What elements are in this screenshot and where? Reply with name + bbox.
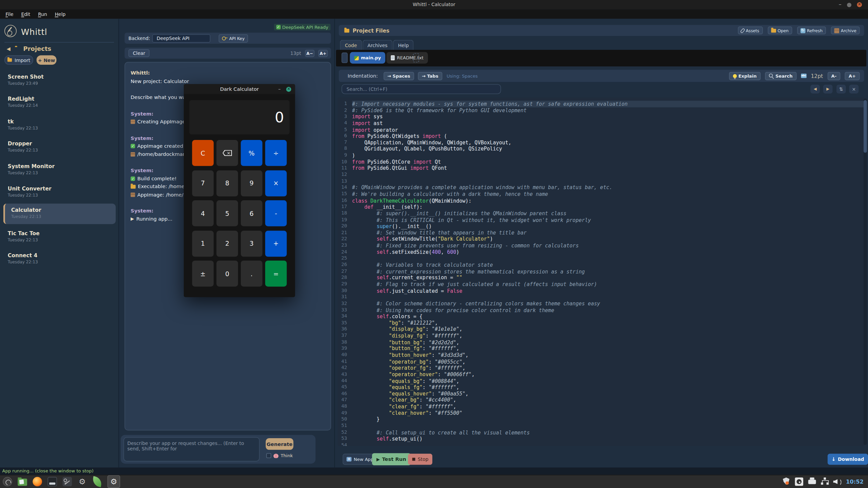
nvidia-icon[interactable] xyxy=(795,477,803,486)
pf-action-assets[interactable]: Assets xyxy=(738,26,763,34)
file-manager-icon[interactable] xyxy=(18,479,27,486)
chat-message: Whittl:New project: Calculator xyxy=(131,69,325,85)
calc-button-3[interactable]: 3 xyxy=(241,230,262,257)
search-button[interactable]: Search xyxy=(765,72,796,80)
back-arrow-icon[interactable]: ◀ xyxy=(7,46,11,52)
shield-icon[interactable] xyxy=(782,477,790,486)
close-icon[interactable]: ✕ xyxy=(857,2,862,7)
maximize-icon[interactable] xyxy=(847,3,851,7)
tabs-button[interactable]: → Tabs xyxy=(418,72,442,80)
code-line: 52 #: Call setup_ui to create all the vi… xyxy=(338,429,865,435)
calc-button-5[interactable]: 5 xyxy=(216,200,238,226)
menu-run[interactable]: Run xyxy=(38,11,47,17)
calc-button-7[interactable]: 7 xyxy=(192,170,214,196)
test-run-button[interactable]: ▶ Test Run xyxy=(372,453,411,465)
chat-input[interactable] xyxy=(123,437,260,462)
calc-button--[interactable]: - xyxy=(265,200,287,226)
editor-font-increase-button[interactable]: A+ xyxy=(845,72,860,80)
calc-close-icon[interactable]: ✕ xyxy=(286,87,291,92)
project-item-redlight[interactable]: RedLightTuesday 22:14 xyxy=(0,92,119,115)
project-item-tic-tac-toe[interactable]: Tic Tac ToeTuesday 22:13 xyxy=(0,226,119,248)
api-key-button[interactable]: API Key xyxy=(219,34,248,42)
calc-button-8[interactable]: 8 xyxy=(216,170,238,196)
project-item-system-monitor[interactable]: System MonitorTuesday 22:13 xyxy=(0,159,119,181)
printer-icon[interactable] xyxy=(808,477,816,486)
file-tab-main.py[interactable]: main.py xyxy=(350,52,386,63)
calc-button-÷[interactable]: ÷ xyxy=(265,140,287,166)
calc-button-2[interactable]: 2 xyxy=(216,230,238,257)
file-tab-readme.txt[interactable]: README.txt xyxy=(387,52,428,63)
calculator-app-icon[interactable]: ⚙ xyxy=(109,477,119,486)
terminal-icon[interactable] xyxy=(47,477,57,486)
project-timestamp: Tuesday 23:49 xyxy=(8,81,115,86)
pf-action-archive[interactable]: Archive xyxy=(831,26,860,34)
file-tab-drop-slot[interactable] xyxy=(413,53,419,63)
project-item-dropper[interactable]: DropperTuesday 22:13 xyxy=(0,137,119,159)
calc-button-C[interactable]: C xyxy=(192,140,214,166)
font-increase-button[interactable]: A+ xyxy=(318,49,328,57)
stop-button[interactable]: ■ Stop xyxy=(408,454,432,465)
project-item-unit-converter[interactable]: Unit ConverterTuesday 22:13 xyxy=(0,181,119,204)
project-item-connect-4[interactable]: Connect 4Tuesday 22:13 xyxy=(0,248,119,271)
calculator-window[interactable]: Dark Calculator – ✕ 0 C×%÷789×456-123+±0… xyxy=(184,84,295,297)
calc-button-backspace[interactable]: × xyxy=(216,140,238,166)
project-item-screen-shot[interactable]: Screen ShotTuesday 23:49 xyxy=(0,70,119,92)
active-app-slot[interactable]: ⚙ xyxy=(107,475,120,488)
volume-icon[interactable] xyxy=(833,477,841,486)
font-decrease-button[interactable]: A− xyxy=(305,49,315,57)
settings-gear-icon[interactable]: ⚙ xyxy=(78,477,87,486)
calc-button-1[interactable]: 1 xyxy=(192,230,214,257)
minimize-icon[interactable]: – xyxy=(839,0,841,9)
search-close-button[interactable]: × xyxy=(849,85,859,94)
app-menu-icon[interactable] xyxy=(3,477,12,486)
clear-button[interactable]: Clear xyxy=(129,49,150,57)
file-tab-spacer[interactable] xyxy=(341,53,348,63)
calc-button-=[interactable]: = xyxy=(265,261,287,287)
network-icon[interactable] xyxy=(821,477,829,486)
calc-button-6[interactable]: 6 xyxy=(241,200,262,226)
search-chevron-right-button[interactable]: ▶ xyxy=(823,85,833,94)
think-checkbox[interactable] xyxy=(266,453,271,458)
import-button[interactable]: Import xyxy=(4,55,33,65)
window-titlebar[interactable]: Whittl - Calculator – ✕ xyxy=(0,0,868,9)
calc-button-4[interactable]: 4 xyxy=(192,200,214,226)
calc-minimize-icon[interactable]: – xyxy=(278,84,280,94)
clock[interactable]: 10:52 xyxy=(846,479,864,485)
spaces-button[interactable]: → Spaces xyxy=(383,72,414,80)
calculator-titlebar[interactable]: Dark Calculator – ✕ xyxy=(184,84,295,94)
pf-action-refresh[interactable]: ↻Refresh xyxy=(797,26,826,34)
project-item-tk[interactable]: tkTuesday 22:13 xyxy=(0,115,119,137)
tab-archives[interactable]: Archives xyxy=(362,40,393,50)
menu-help[interactable]: Help xyxy=(55,11,66,17)
explain-button[interactable]: Explain xyxy=(729,72,761,80)
calc-button-9[interactable]: 9 xyxy=(241,170,262,196)
line-number: 18 xyxy=(338,210,352,217)
new-project-button[interactable]: + New xyxy=(37,55,57,65)
tab-help[interactable]: Help xyxy=(393,40,414,50)
pf-action-open[interactable]: Open xyxy=(768,26,792,34)
calc-button-.[interactable]: . xyxy=(241,261,262,287)
code-editor[interactable]: 1#: Import necessary modules - sys for s… xyxy=(338,97,865,446)
firefox-icon[interactable] xyxy=(33,477,42,486)
calc-button-0[interactable]: 0 xyxy=(216,261,238,287)
project-name: Calculator xyxy=(11,207,112,214)
search-swap-vertical-button[interactable]: ⇅ xyxy=(836,85,846,94)
calc-button-±[interactable]: ± xyxy=(192,261,214,287)
feather-icon[interactable] xyxy=(92,476,103,487)
backend-select[interactable]: DeepSeek API xyxy=(152,34,210,42)
tab-code[interactable]: Code xyxy=(340,40,362,50)
tools-icon[interactable] xyxy=(62,477,72,486)
editor-search-input[interactable] xyxy=(341,84,501,94)
generate-button[interactable]: Generate xyxy=(266,438,294,450)
search-chevron-left-button[interactable]: ◀ xyxy=(810,85,820,94)
editor-scrollbar[interactable] xyxy=(864,99,867,445)
scrollbar-thumb[interactable] xyxy=(864,100,867,153)
download-button[interactable]: ↓ Download xyxy=(828,454,868,465)
menu-edit[interactable]: Edit xyxy=(21,11,30,17)
project-item-calculator[interactable]: CalculatorTuesday 22:13 xyxy=(3,204,116,224)
editor-font-decrease-button[interactable]: A- xyxy=(827,72,840,80)
menu-file[interactable]: File xyxy=(5,11,13,17)
calc-button-+[interactable]: + xyxy=(265,230,287,257)
calc-button-%[interactable]: % xyxy=(241,140,262,166)
calc-button-×[interactable]: × xyxy=(265,170,287,196)
